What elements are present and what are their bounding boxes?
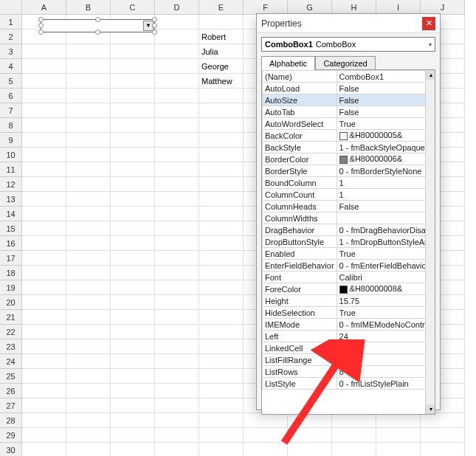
cell[interactable]: [66, 398, 111, 413]
cell[interactable]: [111, 162, 155, 177]
column-header[interactable]: D: [155, 0, 199, 15]
cell[interactable]: [22, 339, 66, 354]
cell[interactable]: [22, 428, 66, 443]
property-row[interactable]: (Name)ComboBox1: [263, 71, 436, 83]
close-icon[interactable]: ✕: [422, 17, 435, 30]
column-header[interactable]: C: [111, 0, 155, 15]
cell[interactable]: [199, 295, 244, 310]
column-header[interactable]: B: [66, 0, 111, 15]
cell[interactable]: [155, 384, 199, 398]
cell[interactable]: [199, 251, 244, 266]
property-value[interactable]: True: [337, 307, 435, 319]
cell[interactable]: [66, 325, 111, 339]
property-value[interactable]: 24: [337, 331, 435, 342]
cell[interactable]: [66, 236, 111, 251]
cell[interactable]: [22, 74, 66, 89]
cell[interactable]: Matthew: [199, 74, 244, 89]
row-header[interactable]: 14: [0, 207, 22, 221]
cell[interactable]: [66, 280, 111, 295]
cell[interactable]: [199, 15, 244, 30]
property-value[interactable]: False: [337, 83, 435, 94]
cell[interactable]: [22, 384, 66, 398]
cell[interactable]: [244, 428, 288, 443]
cell[interactable]: [66, 310, 111, 325]
cell[interactable]: [22, 280, 66, 295]
cell[interactable]: [111, 251, 155, 266]
cell[interactable]: [155, 398, 199, 413]
cell[interactable]: [111, 59, 155, 74]
property-value[interactable]: 1 - fmDropButtonStyleArrow: [337, 236, 435, 248]
cell[interactable]: [199, 280, 244, 295]
cell[interactable]: [111, 413, 155, 428]
cell[interactable]: [332, 443, 376, 456]
cell[interactable]: [199, 221, 244, 236]
property-value[interactable]: &H80000005&: [337, 130, 435, 142]
cell[interactable]: [66, 89, 111, 103]
cell[interactable]: [22, 251, 66, 266]
cell[interactable]: [66, 133, 111, 148]
property-row[interactable]: FontCalibri: [263, 272, 436, 283]
cell[interactable]: [22, 162, 66, 177]
property-value[interactable]: False: [337, 106, 435, 118]
row-header[interactable]: 3: [0, 44, 22, 59]
property-row[interactable]: EnabledTrue: [263, 248, 436, 260]
scroll-down-icon[interactable]: ▾: [426, 404, 435, 414]
cell[interactable]: [155, 251, 199, 266]
cell[interactable]: [111, 118, 155, 133]
cell[interactable]: [155, 162, 199, 177]
row-header[interactable]: 18: [0, 266, 22, 280]
cell[interactable]: [22, 354, 66, 369]
cell[interactable]: [155, 207, 199, 221]
cell[interactable]: [111, 221, 155, 236]
cell[interactable]: [22, 443, 66, 456]
row-header[interactable]: 25: [0, 369, 22, 384]
property-row[interactable]: BoundColumn1: [263, 177, 436, 189]
property-row[interactable]: IMEMode0 - fmIMEModeNoControl: [263, 319, 436, 331]
cell[interactable]: [66, 148, 111, 162]
property-value[interactable]: 1 - fmBackStyleOpaque: [337, 142, 435, 153]
cell[interactable]: [155, 118, 199, 133]
cell[interactable]: [66, 339, 111, 354]
cell[interactable]: [22, 266, 66, 280]
cell[interactable]: [66, 207, 111, 221]
cell[interactable]: [22, 148, 66, 162]
property-row[interactable]: Height15.75: [263, 295, 436, 307]
resize-handle[interactable]: [38, 17, 44, 22]
tab-alphabetic[interactable]: Alphabetic: [261, 56, 315, 70]
row-header[interactable]: 26: [0, 384, 22, 398]
property-row[interactable]: AutoWordSelectTrue: [263, 118, 436, 130]
cell[interactable]: [22, 118, 66, 133]
cell[interactable]: [155, 177, 199, 192]
property-value[interactable]: &H80000006&: [337, 153, 435, 165]
property-row[interactable]: BorderColor&H80000006&: [263, 153, 436, 165]
cell[interactable]: [199, 162, 244, 177]
cell[interactable]: [22, 236, 66, 251]
cell[interactable]: Robert: [199, 30, 244, 44]
cell[interactable]: [421, 428, 465, 443]
cell[interactable]: [288, 413, 332, 428]
row-header[interactable]: 10: [0, 148, 22, 162]
property-value[interactable]: True: [337, 118, 435, 130]
cell[interactable]: [22, 295, 66, 310]
property-value[interactable]: 0 - fmIMEModeNoControl: [337, 319, 435, 331]
row-header[interactable]: 22: [0, 325, 22, 339]
cell[interactable]: [66, 251, 111, 266]
resize-handle[interactable]: [95, 30, 100, 35]
cell[interactable]: [155, 428, 199, 443]
resize-handle[interactable]: [152, 23, 157, 28]
row-header[interactable]: 2: [0, 30, 22, 44]
cell[interactable]: [421, 443, 465, 456]
cell[interactable]: [66, 221, 111, 236]
cell[interactable]: [199, 354, 244, 369]
cell[interactable]: [22, 177, 66, 192]
property-value[interactable]: 0 - fmDragBehaviorDisabled: [337, 224, 435, 236]
cell[interactable]: [66, 44, 111, 59]
cell[interactable]: [155, 339, 199, 354]
cell[interactable]: [111, 266, 155, 280]
tab-categorized[interactable]: Categorized: [315, 56, 375, 70]
cell[interactable]: [66, 295, 111, 310]
cell[interactable]: [66, 74, 111, 89]
row-header[interactable]: 6: [0, 89, 22, 103]
column-header[interactable]: G: [288, 0, 332, 15]
column-header[interactable]: A: [22, 0, 66, 15]
